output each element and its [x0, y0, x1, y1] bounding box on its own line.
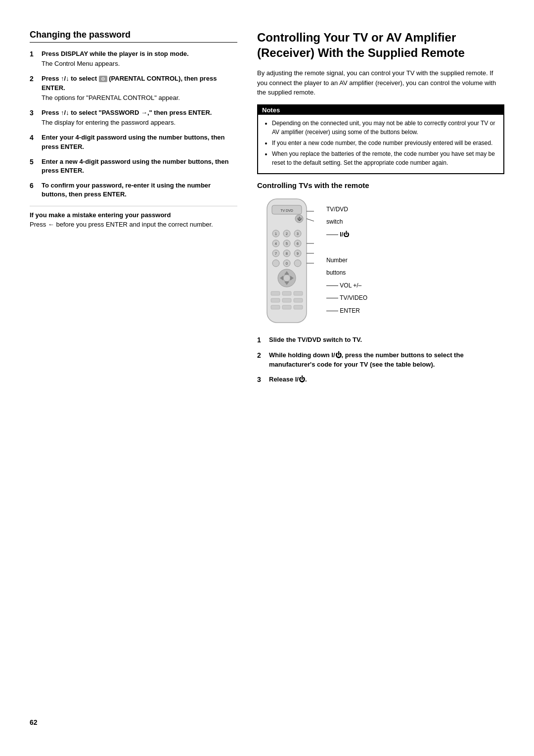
svg-point-28	[283, 275, 290, 282]
step-content-5: Enter a new 4-digit password using the n…	[42, 157, 237, 175]
svg-rect-38	[294, 298, 303, 302]
svg-rect-35	[294, 291, 303, 295]
sub-note-body: Press ← before you press ENTER and input…	[30, 221, 237, 228]
svg-text:7: 7	[275, 252, 277, 255]
svg-rect-36	[271, 298, 280, 302]
left-step-4: 4 Enter your 4-digit password using the …	[30, 133, 237, 151]
right-intro: By adjusting the remote signal, you can …	[257, 68, 504, 97]
step-1-bold: Press DISPLAY while the player is in sto…	[42, 50, 189, 57]
step-content-2: Press ↑/↓ to select ⚙ (PARENTAL CONTROL)…	[42, 74, 237, 102]
note-item-2: If you enter a new code number, the code…	[272, 139, 495, 147]
svg-text:9: 9	[297, 252, 299, 255]
page-number: 62	[30, 718, 504, 726]
step-content-4: Enter your 4-digit password using the nu…	[42, 133, 237, 151]
big-title: Controlling Your TV or AV Amplifier (Rec…	[257, 30, 504, 60]
remote-label-buttons: buttons	[326, 268, 367, 279]
step-3-body: The display for entering the password ap…	[42, 118, 212, 127]
left-step-2: 2 Press ↑/↓ to select ⚙ (PARENTAL CONTRO…	[30, 74, 237, 102]
svg-text:6: 6	[297, 242, 299, 245]
step-num-1: 1	[30, 49, 38, 68]
content-area: Changing the password 1 Press DISPLAY wh…	[30, 30, 504, 704]
step-num-3: 3	[30, 108, 38, 127]
tv-step-2: 2 While holding down I/⏻, press the numb…	[257, 351, 504, 369]
svg-line-43	[307, 219, 314, 221]
step-4-bold: Enter your 4-digit password using the nu…	[42, 134, 225, 150]
remote-label-tvvideo: —— TV/VIDEO	[326, 293, 367, 304]
tv-steps-list: 1 Slide the TV/DVD switch to TV. 2 While…	[257, 335, 504, 385]
tv-step-content-1: Slide the TV/DVD switch to TV.	[269, 335, 362, 345]
step-num-2: 2	[30, 74, 38, 102]
remote-diagram-area: TV DVD ⏻ 1 2 3 4	[257, 196, 504, 327]
tv-step-1: 1 Slide the TV/DVD switch to TV.	[257, 335, 504, 345]
step-1-body: The Control Menu appears.	[42, 59, 189, 68]
notes-box: Notes Depending on the connected unit, y…	[257, 104, 504, 174]
remote-label-vol: —— VOL +/–	[326, 281, 367, 291]
step-content-3: Press ↑/↓ to select "PASSWORD →," then p…	[42, 108, 212, 127]
note-item-3: When you replace the batteries of the re…	[272, 149, 495, 167]
left-steps-list: 1 Press DISPLAY while the player is in s…	[30, 49, 237, 199]
svg-text:⏻: ⏻	[297, 217, 302, 221]
remote-label-tvdvd: TV/DVD	[326, 204, 367, 215]
svg-text:4: 4	[275, 242, 277, 245]
parental-icon: ⚙	[99, 76, 107, 82]
tv-step-3: 3 Release I/⏻.	[257, 375, 504, 385]
left-section-title: Changing the password	[30, 30, 237, 43]
note-item-1: Depending on the connected unit, you may…	[272, 119, 495, 137]
remote-label-power-label: —— I/⏻	[326, 230, 367, 240]
svg-text:5: 5	[286, 242, 288, 245]
notes-header: Notes	[258, 105, 503, 115]
svg-text:TV DVD: TV DVD	[280, 209, 293, 212]
remote-svg: TV DVD ⏻ 1 2 3 4	[257, 196, 316, 325]
svg-rect-34	[282, 291, 291, 295]
svg-rect-40	[282, 305, 291, 309]
left-step-5: 5 Enter a new 4-digit password using the…	[30, 157, 237, 175]
tv-step-content-2: While holding down I/⏻, press the number…	[269, 351, 504, 369]
left-step-6: 6 To confirm your password, re-enter it …	[30, 181, 237, 199]
tv-step-num-3: 3	[257, 375, 265, 385]
svg-text:8: 8	[286, 252, 288, 255]
step-2-bold: Press ↑/↓ to select ⚙ (PARENTAL CONTROL)…	[42, 75, 217, 91]
svg-text:0: 0	[286, 262, 288, 265]
step-content-1: Press DISPLAY while the player is in sto…	[42, 49, 189, 68]
page: Changing the password 1 Press DISPLAY wh…	[0, 0, 534, 756]
svg-rect-37	[282, 298, 291, 302]
step-content-6: To confirm your password, re-enter it us…	[42, 181, 237, 199]
svg-text:2: 2	[286, 232, 288, 236]
step-num-5: 5	[30, 157, 38, 175]
left-column: Changing the password 1 Press DISPLAY wh…	[30, 30, 237, 704]
tv-step-num-1: 1	[257, 335, 265, 345]
remote-label-column: TV/DVD switch —— I/⏻ Number buttons —— V…	[326, 196, 367, 319]
step-6-bold: To confirm your password, re-enter it us…	[42, 182, 211, 198]
left-step-3: 3 Press ↑/↓ to select "PASSWORD →," then…	[30, 108, 237, 127]
left-step-1: 1 Press DISPLAY while the player is in s…	[30, 49, 237, 68]
step-3-bold: Press ↑/↓ to select "PASSWORD →," then p…	[42, 109, 212, 116]
svg-point-26	[294, 260, 301, 267]
tv-step-content-3: Release I/⏻.	[269, 375, 307, 385]
power-icon-label: I/⏻	[340, 231, 349, 238]
tv-step-2-bold: While holding down I/⏻, press the number…	[269, 351, 464, 368]
tv-section-title: Controlling TVs with the remote	[257, 181, 504, 189]
step-5-bold: Enter a new 4-digit password using the n…	[42, 158, 228, 174]
tv-step-1-bold: Slide the TV/DVD switch to TV.	[269, 336, 362, 343]
svg-text:3: 3	[297, 232, 299, 236]
remote-label-tvdvd-sub: switch	[326, 217, 367, 228]
sub-note: If you make a mistake entering your pass…	[30, 206, 237, 228]
right-column: Controlling Your TV or AV Amplifier (Rec…	[257, 30, 504, 704]
svg-point-23	[272, 260, 279, 267]
svg-text:1: 1	[275, 232, 277, 236]
sub-note-title: If you make a mistake entering your pass…	[30, 211, 237, 219]
step-2-body: The options for "PARENTAL CONTROL" appea…	[42, 94, 237, 102]
step-num-4: 4	[30, 133, 38, 151]
svg-rect-39	[271, 305, 280, 309]
remote-image: TV DVD ⏻ 1 2 3 4	[257, 196, 316, 327]
remote-label-enter: —— ENTER	[326, 306, 367, 317]
notes-list: Depending on the connected unit, you may…	[258, 115, 503, 173]
step-num-6: 6	[30, 181, 38, 199]
remote-label-number-label: Number	[326, 255, 367, 266]
svg-rect-33	[271, 291, 280, 295]
tv-step-3-bold: Release I/⏻.	[269, 376, 307, 383]
svg-rect-41	[294, 305, 303, 309]
tv-step-num-2: 2	[257, 351, 265, 369]
